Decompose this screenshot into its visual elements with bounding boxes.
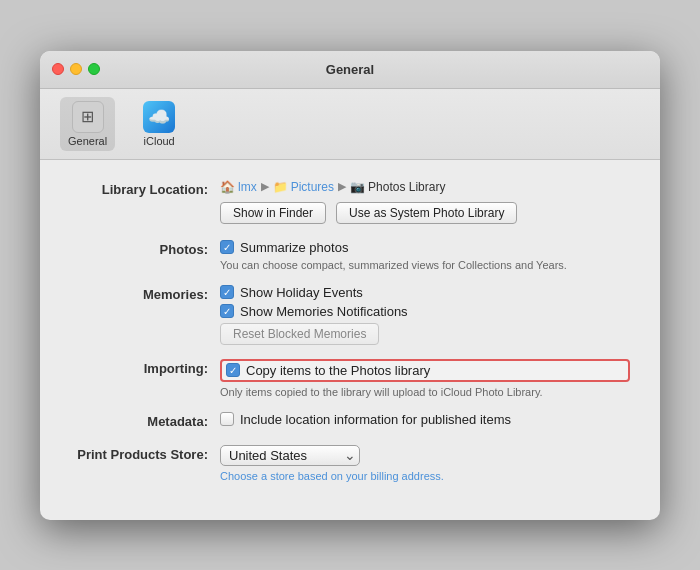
photos-label: Photos: <box>70 240 220 257</box>
breadcrumb-home: 🏠 lmx <box>220 180 257 194</box>
summarize-row: ✓ Summarize photos <box>220 240 630 255</box>
photos-icon: 📷 <box>350 180 365 194</box>
memories-row: Memories: ✓ Show Holiday Events ✓ Show M… <box>70 285 630 345</box>
copy-items-label: Copy items to the Photos library <box>246 363 430 378</box>
toolbar-icloud[interactable]: ☁️ iCloud <box>135 97 183 151</box>
location-info-checkbox[interactable] <box>220 412 234 426</box>
titlebar: General <box>40 51 660 89</box>
toolbar-general[interactable]: ⊞ General <box>60 97 115 151</box>
summarize-hint: You can choose compact, summarized views… <box>220 259 630 271</box>
show-in-finder-button[interactable]: Show in Finder <box>220 202 326 224</box>
breadcrumb-photos-library: 📷 Photos Library <box>350 180 445 194</box>
memories-notifications-row: ✓ Show Memories Notifications <box>220 304 630 319</box>
traffic-lights <box>52 63 100 75</box>
general-icon: ⊞ <box>72 101 104 133</box>
importing-label: Importing: <box>70 359 220 376</box>
copy-items-checkbox[interactable]: ✓ <box>226 363 240 377</box>
toolbar: ⊞ General ☁️ iCloud <box>40 89 660 160</box>
store-select[interactable]: United States Canada United Kingdom Aust… <box>220 445 360 466</box>
metadata-label: Metadata: <box>70 412 220 429</box>
copy-items-hint: Only items copied to the library will up… <box>220 386 630 398</box>
location-info-row: Include location information for publish… <box>220 412 630 427</box>
icloud-icon: ☁️ <box>143 101 175 133</box>
memories-notifications-checkbox[interactable]: ✓ <box>220 304 234 318</box>
toolbar-general-label: General <box>68 135 107 147</box>
memories-label: Memories: <box>70 285 220 302</box>
close-button[interactable] <box>52 63 64 75</box>
maximize-button[interactable] <box>88 63 100 75</box>
library-location-content: 🏠 lmx ▶ 📁 Pictures ▶ 📷 Photos Library <box>220 180 630 226</box>
store-hint: Choose a store based on your billing add… <box>220 470 630 482</box>
photos-row: Photos: ✓ Summarize photos You can choos… <box>70 240 630 271</box>
home-icon: 🏠 <box>220 180 235 194</box>
breadcrumb-sep-2: ▶ <box>338 180 346 193</box>
minimize-button[interactable] <box>70 63 82 75</box>
print-products-row: Print Products Store: United States Cana… <box>70 445 630 482</box>
breadcrumb-pictures: 📁 Pictures <box>273 180 334 194</box>
main-window: General ⊞ General ☁️ iCloud Library Loca… <box>40 51 660 520</box>
library-location-label: Library Location: <box>70 180 220 197</box>
photos-content: ✓ Summarize photos You can choose compac… <box>220 240 630 271</box>
breadcrumb-sep-1: ▶ <box>261 180 269 193</box>
holiday-events-row: ✓ Show Holiday Events <box>220 285 630 300</box>
store-select-wrapper: United States Canada United Kingdom Aust… <box>220 445 360 466</box>
toolbar-icloud-label: iCloud <box>144 135 175 147</box>
breadcrumb: 🏠 lmx ▶ 📁 Pictures ▶ 📷 Photos Library <box>220 180 630 194</box>
breadcrumb-pictures-label: Pictures <box>291 180 334 194</box>
use-as-system-photo-library-button[interactable]: Use as System Photo Library <box>336 202 517 224</box>
memories-notifications-label: Show Memories Notifications <box>240 304 408 319</box>
metadata-row: Metadata: Include location information f… <box>70 412 630 431</box>
content-area: Library Location: 🏠 lmx ▶ 📁 Pictures ▶ <box>40 160 660 520</box>
importing-row: Importing: ✓ Copy items to the Photos li… <box>70 359 630 398</box>
location-info-label: Include location information for publish… <box>240 412 511 427</box>
folder-icon: 📁 <box>273 180 288 194</box>
print-products-label: Print Products Store: <box>70 445 220 462</box>
library-buttons: Show in Finder Use as System Photo Libra… <box>220 202 630 224</box>
window-body: Library Location: 🏠 lmx ▶ 📁 Pictures ▶ <box>40 160 660 520</box>
print-products-content: United States Canada United Kingdom Aust… <box>220 445 630 482</box>
breadcrumb-lmx: lmx <box>238 180 257 194</box>
window-title: General <box>326 62 374 77</box>
reset-blocked-memories-button[interactable]: Reset Blocked Memories <box>220 323 379 345</box>
metadata-content: Include location information for publish… <box>220 412 630 431</box>
memories-content: ✓ Show Holiday Events ✓ Show Memories No… <box>220 285 630 345</box>
importing-content: ✓ Copy items to the Photos library Only … <box>220 359 630 398</box>
holiday-events-label: Show Holiday Events <box>240 285 363 300</box>
breadcrumb-photos-label: Photos Library <box>368 180 445 194</box>
summarize-checkbox[interactable]: ✓ <box>220 240 234 254</box>
summarize-label: Summarize photos <box>240 240 348 255</box>
copy-items-row: ✓ Copy items to the Photos library <box>220 359 630 382</box>
library-location-row: Library Location: 🏠 lmx ▶ 📁 Pictures ▶ <box>70 180 630 226</box>
holiday-events-checkbox[interactable]: ✓ <box>220 285 234 299</box>
